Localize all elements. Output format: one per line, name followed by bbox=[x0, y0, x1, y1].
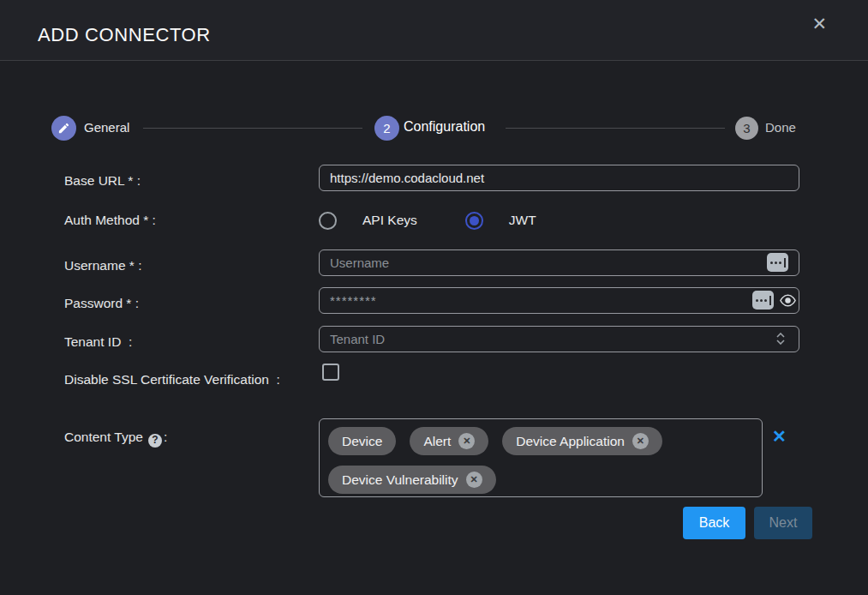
tag-label: Device Vulnerability bbox=[342, 472, 458, 488]
number-spinner[interactable] bbox=[776, 333, 785, 345]
tag-remove-icon[interactable]: ✕ bbox=[466, 472, 482, 488]
content-type-tag-box[interactable]: Device Alert ✕ Device Application ✕ Devi… bbox=[319, 418, 763, 497]
step-configuration-indicator[interactable]: 2 bbox=[374, 116, 399, 141]
disable-ssl-checkbox[interactable] bbox=[322, 364, 339, 381]
pencil-icon bbox=[57, 122, 70, 135]
radio-jwt[interactable] bbox=[465, 212, 483, 230]
tag-alert[interactable]: Alert ✕ bbox=[410, 427, 488, 455]
step-connector-line bbox=[143, 128, 362, 129]
content-type-label: Content Type?: bbox=[64, 428, 314, 448]
username-input[interactable] bbox=[319, 249, 799, 276]
password-label: Password * : bbox=[64, 294, 314, 312]
next-button[interactable]: Next bbox=[754, 507, 812, 539]
password-input[interactable] bbox=[319, 287, 799, 314]
help-icon[interactable]: ? bbox=[148, 434, 162, 448]
clear-tags-icon[interactable]: ✕ bbox=[772, 428, 787, 445]
tag-device-vulnerability[interactable]: Device Vulnerability ✕ bbox=[328, 466, 496, 494]
step-connector-line bbox=[506, 128, 725, 129]
step-done-indicator: 3 bbox=[735, 117, 758, 140]
chevron-up-icon bbox=[776, 333, 785, 338]
add-connector-modal: ADD CONNECTOR ✕ General 2 Configuration … bbox=[0, 0, 868, 595]
tag-label: Alert bbox=[423, 434, 451, 449]
back-button[interactable]: Back bbox=[683, 507, 745, 539]
tag-remove-icon[interactable]: ✕ bbox=[632, 433, 649, 449]
base-url-input[interactable] bbox=[319, 165, 799, 191]
disable-ssl-label: Disable SSL Certificate Verification : bbox=[64, 370, 314, 388]
tag-label: Device Application bbox=[516, 434, 625, 449]
step-general-indicator[interactable] bbox=[51, 116, 76, 141]
close-icon[interactable]: ✕ bbox=[811, 15, 827, 33]
tag-device-application[interactable]: Device Application ✕ bbox=[502, 427, 662, 455]
step-general-label: General bbox=[84, 120, 129, 135]
autofill-icon[interactable] bbox=[767, 253, 788, 272]
page-title: ADD CONNECTOR bbox=[38, 24, 211, 46]
tag-label: Device bbox=[342, 434, 382, 449]
autofill-icon[interactable] bbox=[752, 291, 774, 310]
username-label: Username * : bbox=[64, 256, 314, 274]
step-done-label: Done bbox=[765, 120, 796, 135]
content-type-label-text: Content Type bbox=[64, 430, 143, 444]
tag-device[interactable]: Device bbox=[328, 427, 396, 455]
radio-jwt-label[interactable]: JWT bbox=[509, 213, 536, 228]
base-url-label: Base URL * : bbox=[64, 171, 314, 189]
show-password-eye-icon[interactable] bbox=[779, 294, 797, 307]
wizard-stepper: General 2 Configuration 3 Done bbox=[0, 116, 868, 141]
modal-header: ADD CONNECTOR ✕ bbox=[0, 0, 868, 61]
tenant-id-label: Tenant ID : bbox=[64, 333, 314, 351]
radio-api-keys-label[interactable]: API Keys bbox=[362, 213, 417, 228]
username-adornments bbox=[767, 253, 788, 272]
tag-remove-icon[interactable]: ✕ bbox=[458, 433, 475, 449]
step-configuration-label: Configuration bbox=[404, 119, 485, 135]
radio-selected-dot bbox=[470, 216, 479, 225]
tenant-id-input[interactable] bbox=[319, 326, 799, 352]
password-adornments bbox=[752, 291, 797, 310]
radio-api-keys[interactable] bbox=[319, 212, 337, 230]
auth-method-label: Auth Method * : bbox=[64, 211, 314, 229]
auth-method-radio-group: API Keys JWT bbox=[319, 211, 536, 230]
chevron-down-icon bbox=[776, 340, 785, 345]
